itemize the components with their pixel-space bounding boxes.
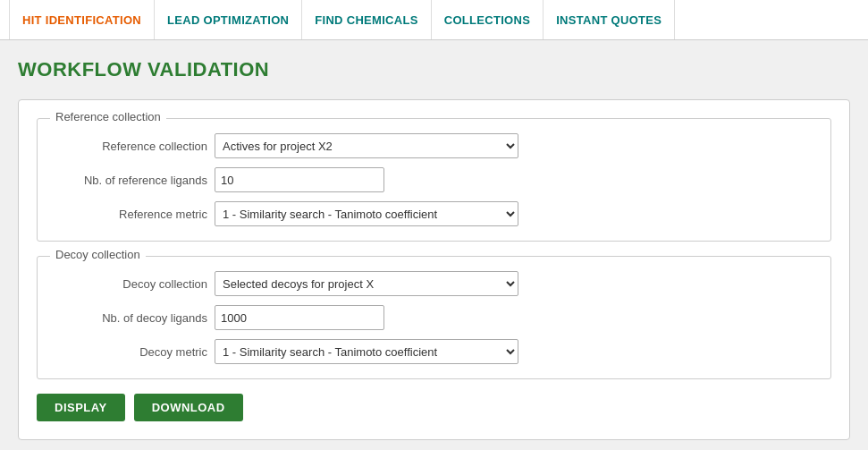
reference-collection-select[interactable]: Actives for project X2 Actives for proje… xyxy=(215,133,518,158)
reference-collection-row: Reference collection Actives for project… xyxy=(55,133,813,158)
reference-metric-label: Reference metric xyxy=(55,208,207,221)
nav-collections[interactable]: COLLECTIONS xyxy=(432,0,544,39)
nav-instant-quotes[interactable]: INSTANT QUOTES xyxy=(544,0,675,39)
reference-collection-label: Reference collection xyxy=(55,140,207,153)
download-button[interactable]: DOWNLOAD xyxy=(134,394,243,421)
reference-metric-select[interactable]: 1 - Similarity search - Tanimoto coeffic… xyxy=(215,201,518,226)
nav-hit-identification[interactable]: HIT IDENTIFICATION xyxy=(9,0,155,39)
decoy-collection-group: Decoy collection Decoy collection Select… xyxy=(37,256,831,379)
decoy-collection-legend: Decoy collection xyxy=(50,248,146,261)
decoy-metric-select[interactable]: 1 - Similarity search - Tanimoto coeffic… xyxy=(215,339,518,364)
decoy-metric-row: Decoy metric 1 - Similarity search - Tan… xyxy=(55,339,813,364)
button-row: DISPLAY DOWNLOAD xyxy=(37,394,831,421)
nb-reference-ligands-row: Nb. of reference ligands xyxy=(55,167,813,192)
nav-lead-optimization[interactable]: LEAD OPTIMIZATION xyxy=(155,0,302,39)
nav-find-chemicals[interactable]: FIND CHEMICALS xyxy=(302,0,431,39)
nb-decoy-ligands-input[interactable] xyxy=(215,305,384,330)
decoy-collection-label: Decoy collection xyxy=(55,277,207,291)
nb-reference-ligands-label: Nb. of reference ligands xyxy=(55,174,207,187)
decoy-collection-row: Decoy collection Selected decoys for pro… xyxy=(55,271,813,296)
reference-metric-row: Reference metric 1 - Similarity search -… xyxy=(55,201,813,226)
reference-collection-legend: Reference collection xyxy=(50,110,166,123)
nb-decoy-ligands-row: Nb. of decoy ligands xyxy=(55,305,813,330)
nb-decoy-ligands-label: Nb. of decoy ligands xyxy=(55,311,207,325)
page-title: WORKFLOW VALIDATION xyxy=(18,58,850,81)
decoy-metric-label: Decoy metric xyxy=(55,345,207,359)
form-container: Reference collection Reference collectio… xyxy=(18,99,850,440)
nb-reference-ligands-input[interactable] xyxy=(215,167,384,192)
reference-collection-group: Reference collection Reference collectio… xyxy=(37,118,831,242)
decoy-collection-select[interactable]: Selected decoys for project X Random dec… xyxy=(215,271,518,296)
navigation: HIT IDENTIFICATION LEAD OPTIMIZATION FIN… xyxy=(0,0,868,40)
page-content: WORKFLOW VALIDATION Reference collection… xyxy=(0,40,868,450)
display-button[interactable]: DISPLAY xyxy=(37,394,125,421)
